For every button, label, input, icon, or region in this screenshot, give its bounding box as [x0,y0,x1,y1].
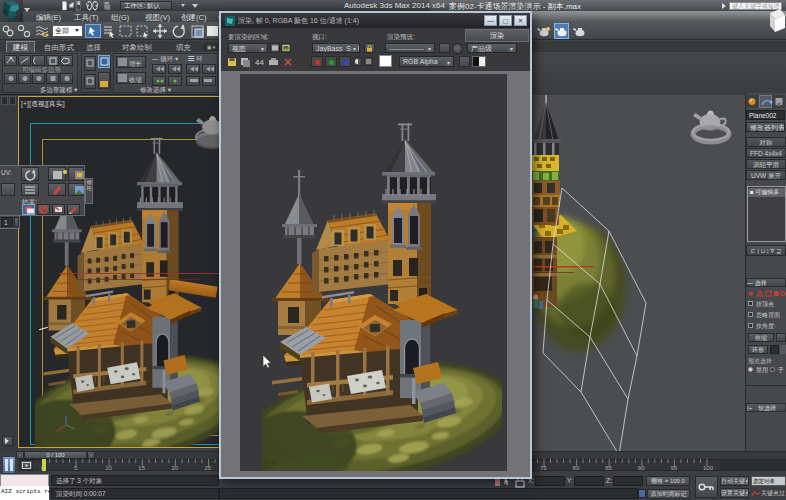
svg-text:25: 25 [205,465,212,471]
svg-text:5: 5 [74,465,78,471]
svg-text:95: 95 [670,465,677,471]
svg-text:75: 75 [540,465,547,471]
svg-text:85: 85 [605,465,612,471]
svg-text:15: 15 [138,465,145,471]
svg-text:20: 20 [171,465,178,471]
svg-text:100: 100 [703,465,714,471]
svg-text:44: 44 [255,58,264,67]
svg-text:90: 90 [638,465,645,471]
svg-text:80: 80 [573,465,580,471]
svg-text:10: 10 [105,465,112,471]
